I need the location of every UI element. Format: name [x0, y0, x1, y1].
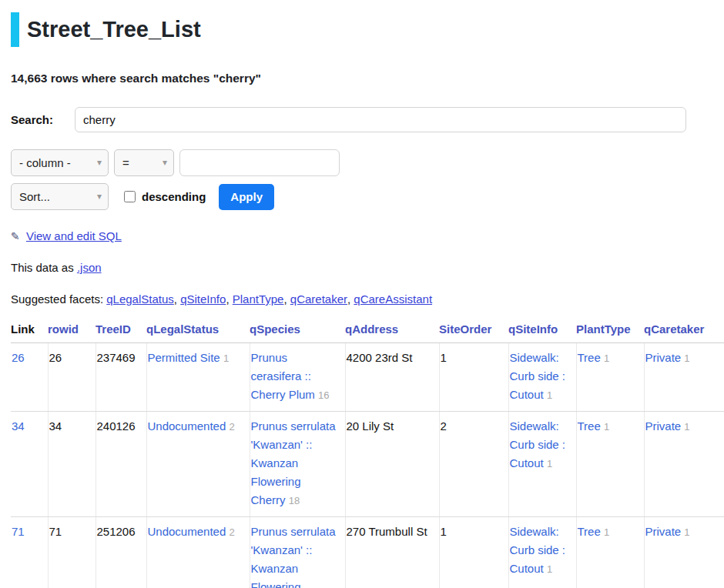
page-title: Street_Tree_List	[27, 12, 201, 47]
facet-link-qsiteinfo[interactable]: qSiteInfo	[180, 292, 233, 306]
cell-qaddress: 270 Trumbull St	[345, 517, 439, 588]
table-header-row: Link rowid TreeID qLegalStatus qSpecies …	[11, 322, 724, 343]
cell-siteorder: 1	[439, 517, 508, 588]
table-row: 34 34 240126 Undocumented 2 Prunus serru…	[11, 412, 724, 517]
cell-qaddress: 4200 23rd St	[345, 343, 439, 412]
cell-qspecies: Prunus serrulata 'Kwanzan' :: Kwanzan Fl…	[250, 412, 345, 517]
filter-value-input[interactable]	[179, 149, 340, 176]
cell-qcaretaker: Private 1	[644, 412, 724, 517]
descending-checkbox[interactable]	[124, 191, 136, 202]
facet-link-qcaretaker[interactable]: qCaretaker	[290, 292, 354, 306]
cell-qlegalstatus: Permitted Site 1	[146, 343, 250, 412]
col-header-treeid: TreeID	[96, 322, 146, 343]
cell-qsiteinfo: Sidewalk: Curb side : Cutout 1	[508, 343, 576, 412]
cell-qaddress: 20 Lily St	[345, 412, 439, 517]
cell-qsiteinfo: Sidewalk: Curb side : Cutout 1	[508, 517, 576, 588]
cell-link: 26	[11, 343, 48, 412]
data-as-line: This data as .json	[11, 261, 713, 274]
data-as-prefix: This data as	[11, 261, 77, 274]
cell-treeid: 237469	[96, 343, 146, 412]
cell-qlegalstatus: Undocumented 2	[146, 517, 250, 588]
column-select-wrap: - column - ▾	[11, 149, 109, 176]
cell-link: 34	[11, 412, 48, 517]
pencil-icon: ✎	[11, 230, 20, 242]
cell-siteorder: 1	[439, 343, 508, 412]
col-header-siteorder: SiteOrder	[439, 322, 508, 343]
operator-select[interactable]: =	[114, 149, 174, 176]
cell-qspecies: Prunus cerasifera :: Cherry Plum 16	[250, 343, 345, 412]
cell-planttype: Tree 1	[576, 517, 644, 588]
col-header-planttype: PlantType	[576, 322, 644, 343]
facet-link-qlegalstatus[interactable]: qLegalStatus	[106, 292, 180, 306]
col-header-qspecies: qSpecies	[250, 322, 345, 343]
facets-prefix: Suggested facets:	[11, 292, 106, 306]
suggested-facets-line: Suggested facets: qLegalStatusqSiteInfoP…	[11, 292, 713, 306]
view-edit-sql-link[interactable]: View and edit SQL	[26, 229, 122, 242]
cell-rowid: 26	[48, 343, 96, 412]
page-header: Street_Tree_List	[11, 12, 713, 47]
sql-line: ✎ View and edit SQL	[11, 229, 713, 242]
descending-label: descending	[142, 190, 206, 203]
cell-qcaretaker: Private 1	[644, 517, 724, 588]
col-header-qaddress: qAddress	[345, 322, 439, 343]
cell-qcaretaker: Private 1	[644, 343, 724, 412]
col-header-rowid: rowid	[48, 322, 96, 343]
json-link[interactable]: .json	[77, 261, 102, 274]
results-table: Link rowid TreeID qLegalStatus qSpecies …	[11, 322, 724, 588]
accent-bar	[11, 12, 19, 47]
cell-planttype: Tree 1	[576, 412, 644, 517]
cell-planttype: Tree 1	[576, 343, 644, 412]
table-row: 26 26 237469 Permitted Site 1 Prunus cer…	[11, 343, 724, 412]
search-input[interactable]	[75, 107, 686, 132]
cell-treeid: 251206	[96, 517, 146, 588]
cell-qspecies: Prunus serrulata 'Kwanzan' :: Kwanzan Fl…	[250, 517, 345, 588]
col-header-qlegalstatus: qLegalStatus	[146, 322, 250, 343]
cell-siteorder: 2	[439, 412, 508, 517]
cell-rowid: 71	[48, 517, 96, 588]
cell-treeid: 240126	[96, 412, 146, 517]
cell-qsiteinfo: Sidewalk: Curb side : Cutout 1	[508, 412, 576, 517]
col-header-link: Link	[11, 322, 48, 343]
facet-link-planttype[interactable]: PlantType	[233, 292, 290, 306]
facet-link-qcareassistant[interactable]: qCareAssistant	[354, 292, 432, 306]
col-header-qcaretaker: qCaretaker	[644, 322, 724, 343]
search-form: Search:	[11, 107, 713, 132]
filter-row: - column - ▾ = ▾	[11, 149, 713, 176]
sort-row: Sort... ▾ descending Apply	[11, 183, 713, 210]
cell-qlegalstatus: Undocumented 2	[146, 412, 250, 517]
operator-select-wrap: = ▾	[114, 149, 174, 176]
search-label: Search:	[11, 113, 53, 126]
sort-select[interactable]: Sort...	[11, 183, 109, 210]
table-row: 71 71 251206 Undocumented 2 Prunus serru…	[11, 517, 724, 588]
column-select[interactable]: - column -	[11, 149, 109, 176]
row-count-text: 14,663 rows where search matches "cherry…	[11, 72, 713, 85]
cell-link: 71	[11, 517, 48, 588]
sort-select-wrap: Sort... ▾	[11, 183, 109, 210]
apply-button[interactable]: Apply	[219, 184, 274, 210]
cell-rowid: 34	[48, 412, 96, 517]
col-header-qsiteinfo: qSiteInfo	[508, 322, 576, 343]
